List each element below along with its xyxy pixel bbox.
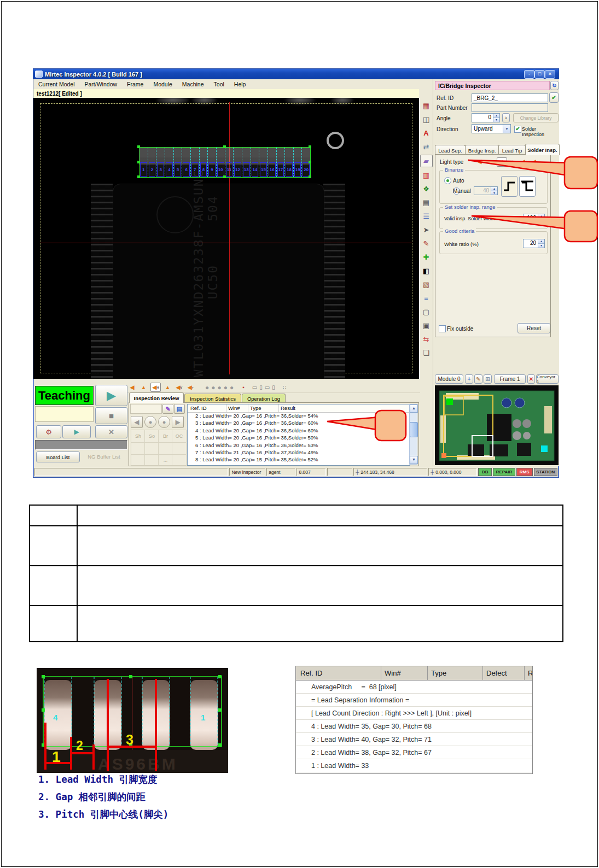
monitor-icon[interactable]: ▢ [421, 306, 432, 318]
scroll-down-icon[interactable]: ▼ [410, 456, 418, 464]
scroll-thumb[interactable] [410, 422, 418, 437]
record-icon[interactable]: ▪ [242, 384, 245, 390]
box-handle[interactable] [223, 145, 226, 148]
camera-icon[interactable]: ▭ [252, 384, 257, 390]
defect-cell-br[interactable]: Br [158, 430, 173, 443]
binarize-manual-spinner[interactable]: 40▴▾ [474, 186, 498, 195]
title-bar[interactable]: Mirtec Inspector 4.0.2 [ Build 167 ] [33, 69, 559, 79]
monitor-save-icon[interactable]: ▣ [421, 320, 432, 331]
pen-edit-icon[interactable]: ✎ [421, 238, 432, 249]
next-defect-button[interactable]: ▶ [172, 416, 184, 428]
step-play-button[interactable]: ▶ [62, 425, 91, 438]
status-lamp-icon[interactable]: ● [158, 416, 170, 428]
edit-module-button[interactable]: ✎ [474, 374, 482, 384]
defect-cell[interactable] [144, 454, 159, 466]
menu-current-model[interactable]: Current Model [33, 81, 80, 87]
tab-inspection-statistics[interactable]: Inspection Statistics [184, 394, 241, 403]
conveyor-button[interactable]: Conveyor 1 [536, 374, 559, 384]
result-row[interactable]: 5 : Lead Width= 20 ,Gap= 16 ,Pitch= 36,S… [188, 435, 410, 442]
lamp-dot-icon[interactable]: ● [205, 384, 209, 391]
box-handle[interactable] [309, 161, 311, 163]
status-lamp-icon[interactable]: ● [144, 416, 156, 428]
rows-icon[interactable]: ≡ [421, 292, 432, 304]
defect-cell-sh[interactable]: Sh [131, 430, 146, 443]
notebook-icon[interactable]: ▧ [421, 279, 432, 290]
minimize-button[interactable]: - [524, 70, 534, 79]
threshold-up-button[interactable] [501, 176, 517, 197]
result-row[interactable]: 3 : Lead Width= 20 ,Gap= 16 ,Pitch= 36,S… [188, 420, 410, 427]
cancel-button[interactable]: ✕ [95, 425, 127, 438]
reset-button[interactable]: Reset [517, 323, 550, 333]
tab-operation-log[interactable]: Operation Log [242, 394, 286, 403]
defect-cell[interactable] [172, 454, 187, 466]
light-h-icon[interactable]: ◀H [497, 157, 507, 167]
device-icon[interactable]: ▯ [259, 384, 263, 390]
add-module-button[interactable]: + [465, 374, 473, 384]
box-handle[interactable] [137, 161, 140, 163]
tab-inspection-review[interactable]: Inspection Review [129, 392, 184, 403]
solder-inspection-checkbox[interactable]: ✔ [514, 126, 521, 133]
lamp-dot-icon[interactable]: ● [218, 384, 222, 391]
list-lines-icon[interactable]: ☰ [421, 210, 432, 222]
menu-help[interactable]: Help [229, 81, 251, 87]
module-button[interactable]: Module 0 [435, 374, 463, 384]
board-overview-image[interactable] [435, 385, 559, 465]
lamp-dot-icon[interactable]: ● [230, 384, 234, 391]
result-list[interactable]: Ref. ID Win# Type Result 2 : Lead Width=… [187, 404, 410, 466]
lamp-dot-icon[interactable]: ● [224, 384, 228, 391]
swap-icon[interactable]: ⇆ [421, 333, 432, 345]
white-ratio-spinner[interactable]: 20▴▾ [523, 239, 545, 248]
contrast-icon[interactable]: ◧ [421, 265, 432, 277]
light-up-icon[interactable]: ▲ [508, 157, 517, 166]
box-handle[interactable] [223, 175, 226, 178]
ng-buffer-list-button[interactable]: NG Buffer List [81, 451, 127, 461]
scroll-up-icon[interactable]: ▲ [410, 404, 418, 413]
result-row[interactable]: 8 : Lead Width= 20 ,Gap= 15 ,Pitch= 35,S… [188, 456, 410, 464]
play-button[interactable]: ▶ [95, 385, 127, 406]
box-handle[interactable] [137, 175, 140, 178]
result-row[interactable]: 2 : Lead Width= 20 ,Gap= 16 ,Pitch= 36,S… [188, 413, 410, 420]
confirm-button[interactable]: ✔ [549, 92, 559, 103]
rgb-channels-icon[interactable]: ▥ [421, 169, 432, 181]
refresh-button[interactable]: ↻ [550, 81, 559, 90]
lead-inspection-box[interactable]: 1 2 3 4 5 6 7 8 9 10 11 12 13 14 15 16 1… [139, 147, 311, 178]
column-view-icon[interactable]: ▤ [421, 197, 432, 208]
lamp-dot-icon[interactable]: ● [211, 384, 215, 391]
light-plus-icon[interactable]: ◀+ [186, 383, 195, 391]
direction-select[interactable]: Upward▼ [472, 124, 511, 133]
defect-cell-oc[interactable]: OC [172, 430, 187, 443]
menu-tool[interactable]: Tool [209, 81, 229, 87]
menu-part-window[interactable]: Part/Window [80, 81, 123, 87]
threshold-down-button[interactable] [519, 176, 536, 197]
menu-machine[interactable]: Machine [177, 81, 209, 87]
light-top-icon[interactable]: ▲ [486, 157, 495, 166]
grid-dots-icon[interactable]: ∷ [283, 384, 286, 390]
defect-cell[interactable] [158, 442, 173, 455]
binarize-auto-radio[interactable] [444, 177, 451, 184]
tab-solder-insp[interactable]: Solder Insp. [525, 144, 560, 155]
light-top-icon[interactable]: ▲ [139, 383, 148, 391]
defect-cell[interactable] [172, 442, 187, 455]
text-label-icon[interactable]: A [421, 127, 432, 139]
copy-window-icon[interactable]: ❏ [421, 347, 432, 359]
review-filter-box[interactable] [130, 404, 162, 414]
list-scrollbar[interactable]: ▲ ▼ [409, 404, 417, 465]
light-v-icon[interactable]: ◀V [519, 157, 528, 166]
light-side-icon[interactable]: ◀ [475, 157, 484, 166]
module-grid-button[interactable]: ⊞ [484, 374, 492, 384]
list-view-icon[interactable]: ▤ [174, 404, 185, 414]
change-library-button[interactable]: Change Library [513, 113, 559, 122]
part-box-icon[interactable]: ◫ [421, 114, 432, 125]
light-plus-icon[interactable]: ◀+ [530, 157, 539, 166]
ref-id-input[interactable]: _BRG_2_ [472, 93, 548, 102]
result-row[interactable]: 6 : Lead Width= 20 ,Gap= 16 ,Pitch= 36,S… [188, 442, 410, 449]
box-handle[interactable] [309, 145, 311, 148]
light-side-icon[interactable]: ◀ [127, 383, 137, 391]
result-row[interactable]: 4 : Lead Width= 20 ,Gap= 16 ,Pitch= 36,S… [188, 427, 410, 435]
menu-module[interactable]: Module [148, 81, 177, 87]
defect-cell-so[interactable]: So [144, 430, 159, 443]
stop-button[interactable]: ■ [95, 407, 127, 424]
defect-cell[interactable] [144, 442, 159, 455]
menu-frame[interactable]: Frame [122, 81, 148, 87]
box-handle[interactable] [309, 175, 311, 178]
